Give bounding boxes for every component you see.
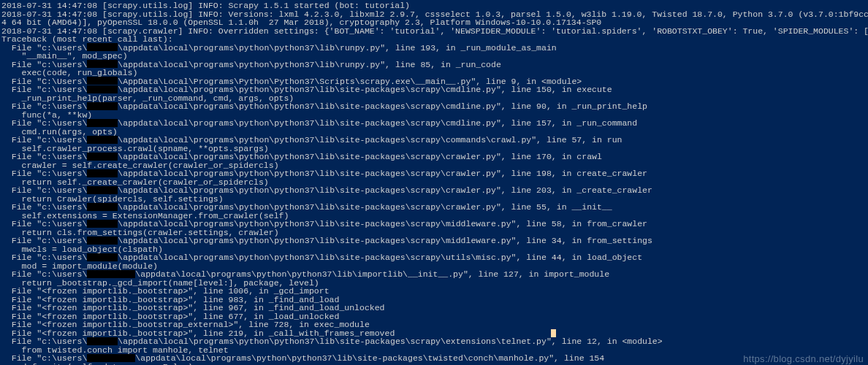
terminal-line: File "c:\users\ \appdata\local\programs\… <box>1 203 865 212</box>
terminal-line: def write(self, data, async=False): <box>1 363 865 366</box>
terminal-line: File "c:\users\ \appdata\local\programs\… <box>1 136 865 145</box>
terminal-output: 2018-07-31 14:47:08 [scrapy.utils.log] I… <box>0 0 868 365</box>
terminal-line: File "c:\users\ \appdata\local\programs\… <box>1 220 865 228</box>
terminal-line: File "c:\users\ \appdata\local\programs\… <box>1 270 865 279</box>
terminal-line: File "c:\users\ \appdata\local\programs\… <box>1 253 865 262</box>
terminal-line: File "<frozen importlib._bootstrap>", li… <box>1 287 865 296</box>
terminal-line: File "c:\users\ \appdata\local\programs\… <box>1 337 865 346</box>
terminal-line: File "c:\users\ \appdata\local\programs\… <box>1 102 865 111</box>
terminal-line: File "c:\users\ \appdata\local\programs\… <box>1 354 865 363</box>
terminal-line: 2018-07-31 14:47:08 [scrapy.utils.log] I… <box>1 1 865 10</box>
terminal-line: File "c:\users\ \appdata\local\programs\… <box>1 153 865 161</box>
terminal-line: File "c:\users\ \appdata\local\programs\… <box>1 237 865 245</box>
terminal-line: File "c:\users\ \appdata\local\programs\… <box>1 119 865 128</box>
watermark-text: https://blog.csdn.net/dyjyilu <box>743 354 864 364</box>
terminal-line: File "c:\users\ \appdata\local\programs\… <box>1 85 865 94</box>
terminal-line: exec(code, run_globals) <box>1 69 865 77</box>
terminal-line: File "c:\users\ \appdata\local\programs\… <box>1 169 865 178</box>
terminal-line: File "c:\users\ \appdata\local\programs\… <box>1 186 865 195</box>
terminal-line: Traceback (most recent call last): <box>1 35 865 44</box>
terminal-line: File "<frozen importlib._bootstrap_exter… <box>1 320 865 329</box>
terminal-line: File "c:\users\ \appdata\local\programs\… <box>1 44 865 53</box>
terminal-line: "__main__", mod_spec) <box>1 52 865 61</box>
terminal-line: File "<frozen importlib._bootstrap>", li… <box>1 304 865 312</box>
terminal-line: 4 64 bit (AMD64)], pyOpenSSL 18.0.0 (Ope… <box>1 18 865 27</box>
